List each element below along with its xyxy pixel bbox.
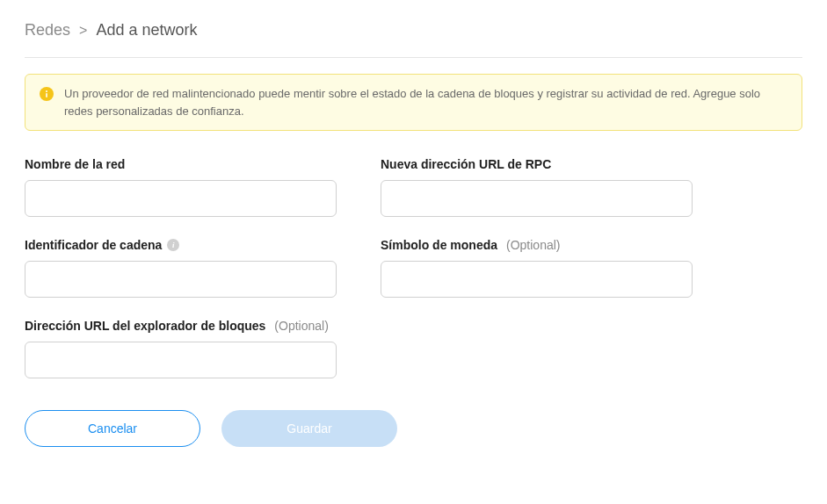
field-block-explorer: Dirección URL del explorador de bloques … — [25, 319, 337, 378]
field-chain-id: Identificador de cadena i — [25, 238, 337, 298]
label-currency-symbol-text: Símbolo de moneda — [381, 238, 497, 252]
field-currency-symbol: Símbolo de moneda (Optional) — [381, 238, 693, 298]
currency-symbol-input[interactable] — [381, 261, 693, 298]
optional-tag: (Optional) — [274, 319, 328, 333]
button-row: Cancelar Guardar — [25, 410, 802, 447]
rpc-url-input[interactable] — [381, 180, 693, 217]
label-chain-id-text: Identificador de cadena — [25, 238, 162, 252]
breadcrumb-root[interactable]: Redes — [25, 21, 70, 40]
network-name-input[interactable] — [25, 180, 337, 217]
label-network-name: Nombre de la red — [25, 157, 337, 171]
divider — [25, 57, 802, 58]
label-chain-id: Identificador de cadena i — [25, 238, 337, 252]
warning-text: Un proveedor de red malintencionado pued… — [64, 85, 787, 119]
form-grid: Nombre de la red Nueva dirección URL de … — [25, 157, 693, 378]
chevron-right-icon: > — [79, 23, 87, 39]
breadcrumb-current: Add a network — [96, 21, 197, 40]
field-rpc-url: Nueva dirección URL de RPC — [381, 157, 693, 217]
label-block-explorer-text: Dirección URL del explorador de bloques — [25, 319, 265, 333]
label-currency-symbol: Símbolo de moneda (Optional) — [381, 238, 693, 252]
tooltip-icon[interactable]: i — [167, 239, 179, 251]
save-button[interactable]: Guardar — [221, 410, 397, 447]
cancel-button[interactable]: Cancelar — [25, 410, 200, 447]
svg-rect-1 — [46, 93, 47, 97]
label-block-explorer: Dirección URL del explorador de bloques … — [25, 319, 337, 333]
svg-point-0 — [46, 90, 47, 92]
field-network-name: Nombre de la red — [25, 157, 337, 217]
warning-banner: Un proveedor de red malintencionado pued… — [25, 74, 802, 131]
label-rpc-url: Nueva dirección URL de RPC — [381, 157, 693, 171]
chain-id-input[interactable] — [25, 261, 337, 298]
info-icon — [40, 87, 54, 101]
optional-tag: (Optional) — [506, 238, 560, 252]
breadcrumb: Redes > Add a network — [25, 21, 802, 40]
block-explorer-input[interactable] — [25, 342, 337, 378]
